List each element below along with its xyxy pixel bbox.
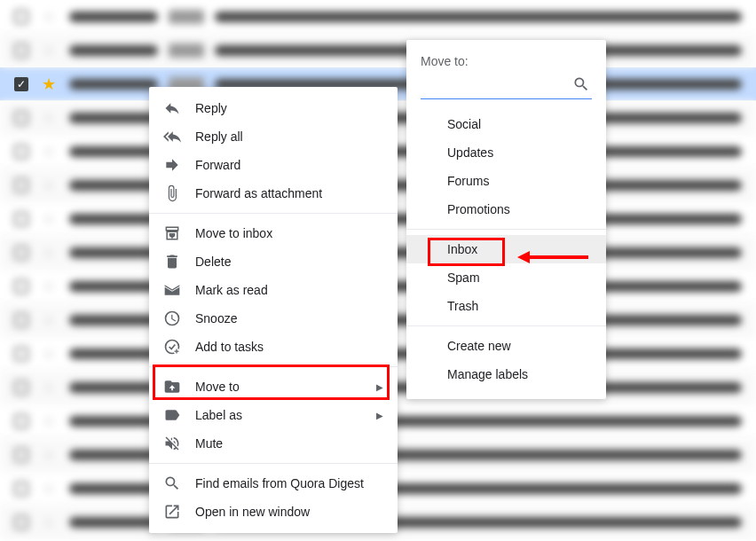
submenu-item-updates[interactable]: Updates [406, 138, 606, 167]
menu-label: Label as [195, 408, 376, 422]
submenu-item-promotions[interactable]: Promotions [406, 195, 606, 223]
submenu-divider [406, 325, 606, 326]
star-icon[interactable]: ☆ [41, 9, 57, 25]
checkbox[interactable] [14, 145, 28, 159]
checkbox[interactable]: ✓ [14, 77, 28, 91]
star-icon[interactable]: ☆ [41, 278, 57, 294]
checkbox[interactable] [14, 246, 28, 260]
checkbox[interactable] [14, 414, 28, 428]
menu-label: Mute [195, 436, 383, 451]
menu-label: Delete [195, 255, 383, 269]
submenu-item-manage-labels[interactable]: Manage labels [406, 360, 606, 388]
folder-icon [163, 378, 181, 396]
search-icon [163, 474, 181, 492]
context-menu: Reply Reply all Forward Forward as attac… [149, 87, 398, 533]
menu-item-snooze[interactable]: Snooze [149, 304, 398, 333]
search-icon [572, 75, 590, 93]
menu-label: Add to tasks [195, 340, 383, 354]
checkbox[interactable] [14, 43, 28, 58]
reply-icon [163, 99, 181, 117]
email-content [69, 43, 742, 58]
mail-icon [163, 281, 181, 299]
attachment-icon [163, 184, 181, 202]
menu-label: Move to inbox [195, 226, 383, 240]
star-icon[interactable]: ☆ [41, 346, 57, 362]
submenu-divider [406, 229, 606, 230]
menu-item-open-in-new-window[interactable]: Open in new window [149, 498, 398, 526]
menu-item-add-to-tasks[interactable]: Add to tasks [149, 333, 398, 361]
checkbox[interactable] [14, 279, 28, 294]
svg-marker-3 [517, 251, 530, 263]
star-icon[interactable]: ☆ [41, 413, 57, 429]
menu-item-forward-as-attachment[interactable]: Forward as attachment [149, 179, 398, 208]
reply-all-icon [163, 128, 181, 145]
checkbox[interactable] [14, 10, 28, 24]
checkbox[interactable] [14, 448, 28, 462]
menu-divider [149, 366, 398, 367]
menu-item-mark-as-read[interactable]: Mark as read [149, 276, 398, 304]
menu-item-reply-all[interactable]: Reply all [149, 122, 398, 151]
menu-label: Find emails from Quora Digest [195, 476, 383, 490]
menu-item-mute[interactable]: Mute [149, 429, 398, 458]
submenu-item-trash[interactable]: Trash [406, 292, 606, 320]
star-icon[interactable]: ☆ [41, 211, 57, 227]
menu-item-delete[interactable]: Delete [149, 247, 398, 276]
clock-icon [163, 310, 181, 327]
menu-divider [149, 463, 398, 464]
move-to-submenu: Move to: SocialUpdatesForumsPromotionsIn… [406, 40, 606, 399]
star-icon[interactable]: ☆ [41, 177, 57, 193]
checkbox[interactable] [14, 347, 28, 361]
star-icon[interactable]: ★ [41, 76, 57, 92]
star-icon[interactable]: ☆ [41, 110, 57, 126]
star-icon[interactable]: ☆ [41, 514, 57, 530]
menu-label: Open in new window [195, 505, 383, 519]
label-icon [163, 406, 181, 424]
email-row[interactable]: ☆ [0, 34, 756, 67]
email-row[interactable]: ☆ [0, 0, 756, 34]
chevron-right-icon: ▶ [376, 411, 383, 420]
menu-item-reply[interactable]: Reply [149, 94, 398, 122]
menu-label: Reply [195, 101, 383, 115]
menu-label: Mark as read [195, 283, 383, 297]
menu-item-find-emails-from-quora-digest[interactable]: Find emails from Quora Digest [149, 469, 398, 498]
submenu-item-create-new[interactable]: Create new [406, 332, 606, 360]
star-icon[interactable]: ☆ [41, 312, 57, 328]
menu-item-move-to-inbox[interactable]: Move to inbox [149, 219, 398, 247]
task-icon [163, 338, 181, 356]
menu-divider [149, 213, 398, 214]
mute-icon [163, 435, 181, 452]
forward-icon [163, 156, 181, 174]
submenu-search-input[interactable] [421, 75, 592, 99]
archive-icon [163, 224, 181, 242]
trash-icon [163, 253, 181, 270]
menu-label: Move to [195, 380, 376, 394]
star-icon[interactable]: ☆ [41, 380, 57, 396]
annotation-arrow [517, 248, 588, 266]
chevron-right-icon: ▶ [376, 382, 383, 392]
submenu-item-forums[interactable]: Forums [406, 167, 606, 195]
email-content [69, 10, 742, 24]
submenu-item-social[interactable]: Social [406, 110, 606, 138]
star-icon[interactable]: ☆ [41, 43, 57, 59]
checkbox[interactable] [14, 111, 28, 125]
menu-item-forward[interactable]: Forward [149, 151, 398, 179]
menu-item-move-to[interactable]: Move to ▶ [149, 372, 398, 401]
menu-label: Forward [195, 158, 383, 172]
checkbox[interactable] [14, 515, 28, 529]
open-icon [163, 503, 181, 521]
checkbox[interactable] [14, 178, 28, 192]
menu-item-label-as[interactable]: Label as ▶ [149, 401, 398, 429]
checkbox[interactable] [14, 212, 28, 226]
submenu-item-spam[interactable]: Spam [406, 263, 606, 292]
checkbox[interactable] [14, 313, 28, 327]
star-icon[interactable]: ☆ [41, 245, 57, 261]
checkbox[interactable] [14, 482, 28, 496]
checkbox[interactable] [14, 380, 28, 395]
menu-label: Forward as attachment [195, 186, 383, 200]
star-icon[interactable]: ☆ [41, 447, 57, 463]
submenu-header: Move to: [406, 51, 606, 75]
menu-label: Snooze [195, 311, 383, 325]
star-icon[interactable]: ☆ [41, 144, 57, 160]
star-icon[interactable]: ☆ [41, 481, 57, 497]
submenu-search-wrapper [406, 75, 606, 110]
